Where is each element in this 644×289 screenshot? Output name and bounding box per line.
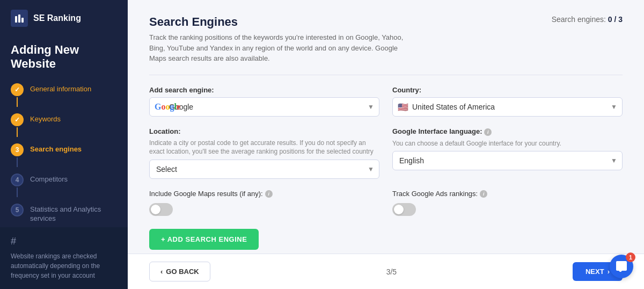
location-select[interactable]: Select	[149, 160, 379, 179]
nav-items: ✓ General information ✓ Keywords 3 Searc…	[0, 80, 128, 227]
chat-badge: 1	[626, 252, 635, 262]
ads-label-text: Track Google Ads rankings:	[392, 190, 478, 198]
ads-toggle-group: Track Google Ads rankings: i	[392, 190, 623, 216]
language-select[interactable]: English	[392, 151, 623, 170]
back-label: GO BACK	[166, 268, 199, 276]
sidebar: SE Ranking Adding New Website ✓ General …	[0, 0, 128, 289]
page-title: Adding New Website	[0, 37, 128, 80]
ads-toggle[interactable]	[392, 203, 416, 216]
logo-icon	[11, 10, 28, 27]
ads-toggle-label: Track Google Ads rankings: i	[392, 190, 623, 198]
nav-circle-keywords: ✓	[11, 113, 24, 126]
footer: ‹ GO BACK 3/5 NEXT ›	[128, 254, 644, 289]
country-select-wrapper: 🇺🇸 United States of America ▼	[392, 97, 623, 117]
search-engine-select[interactable]: Google	[149, 97, 379, 117]
sidebar-item-search-engines[interactable]: 3 Search engines	[0, 140, 128, 170]
chat-button[interactable]: 1	[610, 255, 633, 278]
maps-toggle-label: Include Google Maps results (if any): i	[149, 190, 379, 198]
language-label-group: Google Interface language: i You can cho…	[392, 127, 623, 148]
nav-circle-competitors: 4	[11, 174, 24, 186]
maps-toggle[interactable]	[149, 203, 173, 216]
nav-line-3	[17, 157, 18, 167]
maps-toggle-group: Include Google Maps results (if any): i	[149, 190, 379, 216]
section-header: Search Engines Track the ranking positio…	[149, 15, 623, 64]
nav-circle-stats: 5	[11, 204, 24, 216]
logo-text: SE Ranking	[33, 13, 81, 23]
back-button[interactable]: ‹ GO BACK	[149, 262, 210, 281]
language-select-wrapper: English ▼	[392, 151, 623, 170]
svg-rect-0	[15, 16, 17, 23]
nav-label-keywords: Keywords	[30, 113, 61, 124]
count-value: 0 / 3	[608, 15, 623, 24]
section-info: Search Engines Track the ranking positio…	[149, 15, 407, 64]
language-label: Google Interface language: i	[392, 127, 623, 136]
maps-info-icon[interactable]: i	[265, 190, 273, 198]
back-chevron-icon: ‹	[160, 268, 163, 276]
next-chevron-icon: ›	[608, 268, 610, 276]
form-row-1: Add search engine: Google Google ▼ Count…	[149, 86, 623, 117]
sidebar-item-competitors[interactable]: 4 Competitors	[0, 170, 128, 200]
hash-icon: #	[11, 236, 117, 247]
engines-count: Search engines: 0 / 3	[552, 15, 623, 24]
count-label: Search engines:	[552, 15, 606, 24]
sidebar-item-keywords[interactable]: ✓ Keywords	[0, 110, 128, 140]
language-group: Google Interface language: i You can cho…	[392, 127, 623, 179]
next-label: NEXT	[586, 268, 604, 276]
toggle-row: Include Google Maps results (if any): i …	[149, 190, 623, 216]
content-area: Search Engines Track the ranking positio…	[128, 0, 644, 254]
search-engine-label: Add search engine:	[149, 86, 379, 94]
nav-line-1	[17, 97, 18, 107]
form-row-2: Location: Indicate a city or postal code…	[149, 127, 623, 179]
location-group: Location: Indicate a city or postal code…	[149, 127, 379, 179]
language-sublabel: You can choose a default Google interfac…	[392, 139, 623, 148]
maps-label-text: Include Google Maps results (if any):	[149, 190, 263, 198]
section-title: Search Engines	[149, 15, 407, 29]
sidebar-item-stats[interactable]: 5 Statistics and Analytics services	[0, 200, 128, 227]
nav-label-search-engines: Search engines	[30, 143, 82, 154]
location-sublabel: Indicate a city or postal code to get ac…	[149, 139, 379, 157]
search-engine-select-wrapper: Google Google ▼	[149, 97, 379, 117]
country-select[interactable]: United States of America	[392, 97, 623, 117]
language-label-text: Google Interface language:	[392, 127, 482, 135]
nav-line-2	[17, 127, 18, 137]
logo: SE Ranking	[0, 0, 128, 37]
divider	[149, 75, 623, 75]
nav-circle-search-engines: 3	[11, 143, 24, 156]
nav-label-general: General information	[30, 83, 91, 94]
nav-label-stats: Statistics and Analytics services	[30, 204, 117, 223]
language-info-icon[interactable]: i	[484, 128, 492, 136]
sidebar-item-general[interactable]: ✓ General information	[0, 80, 128, 110]
nav-line-4	[17, 187, 18, 197]
sidebar-note: Website rankings are checked automatical…	[11, 251, 117, 280]
add-search-engine-button[interactable]: + ADD SEARCH ENGINE	[149, 229, 259, 250]
location-label-group: Location: Indicate a city or postal code…	[149, 127, 379, 157]
nav-label-competitors: Competitors	[30, 174, 68, 184]
ads-info-icon[interactable]: i	[480, 190, 487, 198]
country-group: Country: 🇺🇸 United States of America ▼	[392, 86, 623, 117]
search-engine-group: Add search engine: Google Google ▼	[149, 86, 379, 117]
section-desc: Track the ranking positions of the keywo…	[149, 32, 407, 64]
country-label: Country:	[392, 86, 623, 94]
svg-rect-1	[18, 15, 20, 23]
main-content: Search Engines Track the ranking positio…	[128, 0, 644, 289]
svg-rect-2	[21, 18, 24, 23]
nav-circle-general: ✓	[11, 83, 24, 96]
sidebar-bottom: # Website rankings are checked automatic…	[0, 227, 128, 289]
location-label: Location:	[149, 127, 379, 135]
location-select-wrapper: Select ▼	[149, 160, 379, 179]
step-indicator: 3/5	[386, 268, 397, 276]
